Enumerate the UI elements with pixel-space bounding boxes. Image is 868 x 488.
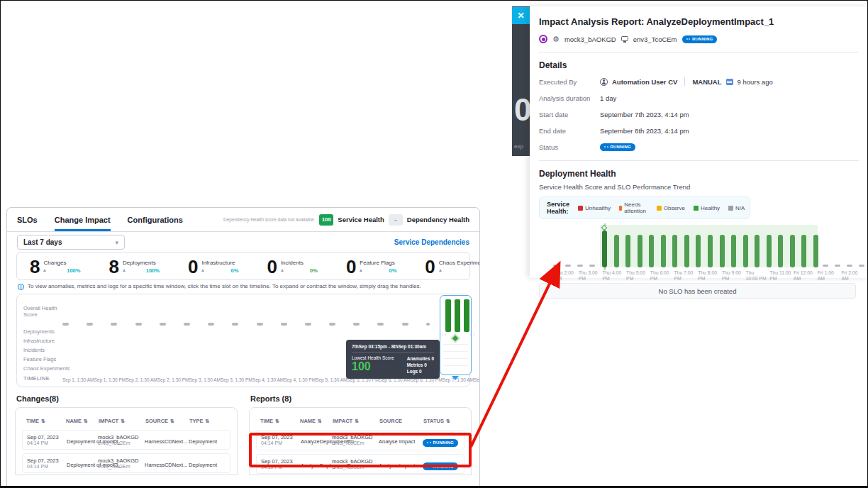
health-score-bar[interactable] xyxy=(755,235,760,267)
health-score-bar[interactable] xyxy=(684,235,689,267)
service-name: mock3_bAOKGD xyxy=(564,35,616,43)
na-dash xyxy=(184,323,190,326)
health-score-bar[interactable] xyxy=(731,235,736,267)
drag-handle-left[interactable]: ⋮⋮ xyxy=(440,333,443,343)
no-slo-banner: No SLO has been created xyxy=(539,283,856,299)
health-score-bar[interactable] xyxy=(778,235,783,267)
health-score-bar[interactable] xyxy=(801,235,806,267)
column-header-time[interactable]: TIME⇅ xyxy=(26,418,66,424)
status-badge: RUNNING xyxy=(600,143,635,151)
health-score-bar[interactable] xyxy=(813,235,818,267)
service-dependencies-link[interactable]: Service Dependencies xyxy=(394,238,469,246)
table-row[interactable]: Sep 07, 202304:14 PM Deployment of mock3… xyxy=(22,453,230,473)
tooltip-time-range: 7thSep 03:15pm - 8thSep 01:30am xyxy=(352,344,434,353)
health-score-bar[interactable] xyxy=(767,235,772,267)
health-score-bar[interactable] xyxy=(625,235,630,267)
tab-change-impact[interactable]: Change Impact xyxy=(55,208,111,231)
health-score-bar[interactable] xyxy=(649,235,654,267)
sort-icon[interactable]: ⇅ xyxy=(41,418,45,424)
na-dash xyxy=(135,323,142,326)
reports-table-title: Reports (8) xyxy=(250,394,472,403)
dependency-health-note: Dependency Health score data not availab… xyxy=(223,217,315,222)
status-badge: RUNNING xyxy=(423,462,458,470)
tab-slos[interactable]: SLOs xyxy=(17,208,38,231)
stat-value: 0 xyxy=(267,256,277,277)
stat-delta: 100% xyxy=(67,267,80,274)
column-header-name[interactable]: NAME⇅ xyxy=(66,418,99,424)
service-icon xyxy=(539,35,547,43)
timeline-date: Sep 3, 1:30 PM xyxy=(221,377,252,382)
na-dash xyxy=(553,265,559,267)
na-dash xyxy=(426,323,430,326)
health-score-bar[interactable] xyxy=(696,235,701,267)
legend-item-healthy: Healthy xyxy=(694,201,720,214)
stat-incidents: 0 Incidents 0% xyxy=(267,256,317,277)
sort-icon[interactable]: ⇅ xyxy=(121,418,125,424)
health-score-bar[interactable] xyxy=(790,235,795,267)
na-dash xyxy=(565,265,571,267)
trend-up-icon xyxy=(281,269,284,272)
sort-icon[interactable]: ⇅ xyxy=(318,418,322,424)
tab-configurations[interactable]: Configurations xyxy=(128,208,183,231)
calendar-icon xyxy=(726,79,733,85)
column-header-impact[interactable]: IMPACT⇅ xyxy=(333,418,379,424)
divider xyxy=(684,77,685,86)
stat-feature-flags: 0 Feature Flags 0% xyxy=(346,256,396,277)
table-row[interactable]: Sep 07, 202304:14 PM Deployment of mock3… xyxy=(22,430,230,450)
x-axis-tick: Thu 7:00PM xyxy=(674,270,699,282)
table-row[interactable]: Sep 07, 202304:14 PM AnalyzeDeploymentIm… xyxy=(256,430,464,450)
selected-window-bar xyxy=(455,299,460,332)
column-header-source[interactable]: SOURCE xyxy=(379,418,423,424)
na-dash xyxy=(160,323,166,326)
user-icon xyxy=(600,78,608,86)
health-score-bar[interactable] xyxy=(743,235,748,267)
legend-item-n-a: N/A xyxy=(728,201,745,214)
sort-icon[interactable]: ⇅ xyxy=(275,418,279,424)
x-axis-tick: Thu 11:00PM xyxy=(769,270,794,282)
na-dash xyxy=(847,265,852,267)
trend-up-icon xyxy=(123,269,126,272)
close-icon[interactable]: ✕ xyxy=(512,7,530,24)
column-header-status[interactable]: STATUS⇅ xyxy=(423,418,460,424)
trend-up-icon xyxy=(360,269,362,272)
health-score-bar[interactable] xyxy=(602,231,607,267)
sort-icon[interactable]: ⇅ xyxy=(446,418,450,424)
selection-pointer-icon xyxy=(452,376,459,380)
timeline-selected-window[interactable]: ⋮⋮ ⋮⋮ xyxy=(440,295,472,375)
legend-item-unhealthy: Unhealthy xyxy=(578,201,611,214)
na-dash xyxy=(87,323,93,326)
changes-table-title: Changes(8) xyxy=(16,394,238,403)
timeline-date: Sep 4, 1:30 PM xyxy=(284,377,316,382)
health-score-bar[interactable] xyxy=(708,235,713,267)
na-dash xyxy=(232,323,238,326)
executed-by-value: Automation User CV xyxy=(612,78,677,86)
na-dash xyxy=(377,323,384,326)
time-range-select[interactable]: Last 7 days ▾ xyxy=(17,235,125,250)
health-score-bar[interactable] xyxy=(720,235,725,267)
timeline-row-label-feature-flags: Feature Flags xyxy=(23,356,56,362)
column-header-type[interactable]: TYPE⇅ xyxy=(189,418,226,424)
deployment-health-heading: Deployment Health xyxy=(539,169,859,179)
stat-chaos-experiments: 0 Chaos Experiments 0% xyxy=(425,256,480,277)
column-header-impact[interactable]: IMPACT⇅ xyxy=(99,418,145,424)
health-score-bar[interactable] xyxy=(661,235,666,267)
sort-icon[interactable]: ⇅ xyxy=(355,418,359,424)
column-header-time[interactable]: TIME⇅ xyxy=(260,418,300,424)
na-dash xyxy=(589,265,595,267)
na-dash xyxy=(257,323,263,326)
drag-handle-right[interactable]: ⋮⋮ xyxy=(468,333,472,343)
stat-label: Feature Flags xyxy=(360,260,396,266)
sort-icon[interactable]: ⇅ xyxy=(84,418,88,424)
detail-row-duration: Analysis duration 1 day xyxy=(539,93,859,103)
sort-icon[interactable]: ⇅ xyxy=(206,418,210,424)
column-header-source[interactable]: SOURCE⇅ xyxy=(145,418,189,424)
health-score-bar[interactable] xyxy=(672,235,677,267)
sort-icon[interactable]: ⇅ xyxy=(170,418,174,424)
detail-row-end-date: End date September 8th 2023, 4:14 pm xyxy=(539,126,859,135)
timeline-date: Sep 1, 1:30 PM xyxy=(94,377,126,382)
health-score-bar[interactable] xyxy=(638,235,642,267)
column-header-name[interactable]: NAME⇅ xyxy=(300,418,333,424)
health-score-bar[interactable] xyxy=(614,235,619,267)
underlay-partial-text: exp xyxy=(514,143,523,150)
table-row[interactable]: Sep 07, 202304:10 PM AnalyzeDeploymentIm… xyxy=(256,454,464,475)
